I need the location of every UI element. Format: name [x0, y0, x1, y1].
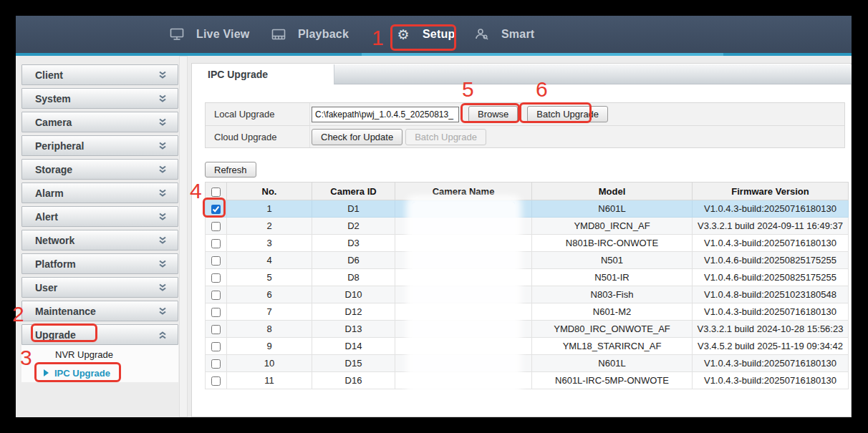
nav-setup[interactable]: ⚙ Setup: [395, 16, 455, 53]
cell-camera-id: D1: [312, 200, 395, 218]
sidebar-group-client[interactable]: Client: [21, 64, 178, 85]
cell-no: 2: [227, 218, 312, 235]
monitor-icon: [169, 26, 185, 42]
row-select-cell: [206, 269, 227, 286]
cell-camera-name: [395, 321, 532, 338]
table-row[interactable]: 10 D15 N601L V1.0.4.3-build:202507161801…: [206, 355, 849, 372]
table-row[interactable]: 2 D2 YMD80_IRCN_AF V3.3.2.1 build 2024-0…: [206, 218, 849, 235]
cloud-batch-upgrade-button[interactable]: Batch Upgrade: [405, 129, 486, 145]
row-checkbox[interactable]: [211, 239, 221, 248]
table-row[interactable]: 8 D13 YMD80_IRC_ONWOTE_AF V3.3.2.1 build…: [206, 321, 849, 338]
sidebar-group-maintenance[interactable]: Maintenance: [21, 301, 178, 321]
batch-upgrade-button[interactable]: Batch Upgrade: [527, 106, 608, 122]
sidebar-group-label: System: [35, 93, 71, 104]
sidebar-item-ipc-upgrade[interactable]: IPC Upgrade: [21, 364, 178, 382]
double-chevron-icon: [158, 236, 168, 245]
sidebar-group-user[interactable]: User: [21, 277, 178, 298]
table-row[interactable]: 1 D1 N601L V1.0.4.3-build:20250716180130: [206, 200, 849, 218]
cell-firmware-version: V3.3.2.1 build 2024-09-11 16:49:37: [693, 218, 849, 235]
sidebar-group-camera[interactable]: Camera: [21, 112, 178, 132]
column-camera-id: Camera ID: [312, 183, 395, 200]
local-upgrade-label: Local Upgrade: [206, 103, 310, 125]
sidebar-group-platform[interactable]: Platform: [21, 253, 178, 274]
cell-camera-id: D2: [312, 218, 395, 235]
row-checkbox[interactable]: [211, 291, 221, 300]
cell-camera-id: D13: [312, 321, 395, 338]
column-model: Model: [532, 183, 693, 200]
row-select-cell: [206, 355, 227, 372]
row-checkbox[interactable]: [211, 342, 221, 351]
cell-model: N601-M2: [532, 303, 693, 321]
top-navbar: Live View Playback ⚙ Setup Smart: [16, 16, 852, 53]
cell-firmware-version: V3.3.2.1 build 2024-10-28 15:56:23: [693, 321, 849, 338]
cell-camera-name: [395, 338, 532, 355]
sidebar-group-alert[interactable]: Alert: [21, 206, 178, 227]
cell-camera-name: [395, 200, 532, 218]
select-all-checkbox[interactable]: [211, 188, 221, 197]
cell-no: 10: [227, 355, 312, 372]
local-upgrade-row: Local Upgrade Browse Batch Upgrade: [206, 103, 844, 125]
sidebar-group-system[interactable]: System: [21, 88, 178, 109]
row-checkbox[interactable]: [211, 205, 221, 214]
sidebar-group-network[interactable]: Network: [21, 230, 178, 250]
row-checkbox[interactable]: [211, 376, 221, 386]
main-panel: IPC Upgrade Local Upgrade Browse Batch U…: [191, 63, 852, 417]
refresh-button[interactable]: Refresh: [205, 162, 256, 177]
table-row[interactable]: 6 D10 N803-Fish V1.0.4.8-build:202510231…: [206, 286, 849, 303]
cell-model: N803-Fish: [532, 286, 693, 303]
table-row[interactable]: 4 D6 N501 V1.0.4.6-build:20250825175255: [206, 252, 849, 269]
row-checkbox[interactable]: [211, 222, 221, 231]
cell-camera-id: D16: [312, 372, 395, 389]
cell-camera-name: [395, 355, 532, 372]
app-window: Live View Playback ⚙ Setup Smart Client …: [0, 0, 868, 433]
nav-underline-active: [362, 53, 723, 56]
cell-firmware-version: V1.0.4.3-build:20250716180130: [693, 303, 849, 321]
row-checkbox[interactable]: [211, 308, 221, 317]
nav-smart[interactable]: Smart: [474, 16, 534, 53]
cell-no: 1: [227, 200, 312, 218]
row-checkbox[interactable]: [211, 359, 221, 369]
double-chevron-icon: [158, 142, 168, 150]
cell-no: 4: [227, 252, 312, 269]
cell-camera-name: [395, 372, 532, 389]
cell-camera-id: D10: [312, 286, 395, 303]
nav-live-view[interactable]: Live View: [169, 16, 249, 53]
nav-smart-label: Smart: [501, 28, 534, 41]
sidebar-group-label: Alarm: [35, 188, 64, 199]
check-for-update-button[interactable]: Check for Update: [312, 129, 402, 145]
double-chevron-icon: [158, 94, 168, 103]
sidebar-group-upgrade[interactable]: Upgrade: [21, 324, 178, 345]
table-row[interactable]: 7 D12 N601-M2 V1.0.4.3-build:20250716180…: [206, 303, 849, 321]
sidebar-scrollbar[interactable]: [179, 56, 188, 417]
sidebar-submenu: NVR Upgrade IPC Upgrade: [21, 345, 178, 382]
double-chevron-icon: [158, 213, 168, 221]
sidebar-group-peripheral[interactable]: Peripheral: [21, 135, 178, 156]
double-chevron-icon: [158, 331, 168, 339]
firmware-path-input[interactable]: [312, 107, 459, 122]
cell-no: 5: [227, 269, 312, 286]
table-row[interactable]: 11 D16 N601L-IRC-5MP-ONWOTE V1.0.4.3-bui…: [206, 372, 849, 389]
nav-playback[interactable]: Playback: [271, 16, 349, 53]
smart-person-icon: [474, 26, 490, 42]
select-all-cell: [206, 183, 227, 200]
row-checkbox[interactable]: [211, 273, 221, 283]
sidebar-group-storage[interactable]: Storage: [21, 159, 178, 180]
cell-camera-id: D15: [312, 355, 395, 372]
sidebar-group-alarm[interactable]: Alarm: [21, 183, 178, 203]
table-row[interactable]: 5 D8 N501-IR V1.0.4.6-build:202508251752…: [206, 269, 849, 286]
double-chevron-icon: [158, 118, 168, 127]
cell-firmware-version: V1.0.4.6-build:20250825175255: [693, 252, 849, 269]
cell-camera-id: D6: [312, 252, 395, 269]
browse-button[interactable]: Browse: [468, 106, 518, 122]
double-chevron-icon: [158, 283, 168, 292]
double-chevron-icon: [158, 189, 168, 198]
row-select-cell: [206, 286, 227, 303]
sidebar-item-nvr-upgrade[interactable]: NVR Upgrade: [21, 345, 178, 364]
table-row[interactable]: 3 D3 N801B-IRC-ONWOTE V1.0.4.3-build:202…: [206, 235, 849, 252]
row-checkbox[interactable]: [211, 325, 221, 334]
cell-model: YMD80_IRC_ONWOTE_AF: [532, 321, 693, 338]
row-select-cell: [206, 372, 227, 389]
table-row[interactable]: 9 D14 YML18_STARIRCN_AF V3.4.5.2 build 2…: [206, 338, 849, 355]
tab-ipc-upgrade[interactable]: IPC Upgrade: [208, 69, 268, 80]
row-checkbox[interactable]: [211, 256, 221, 266]
